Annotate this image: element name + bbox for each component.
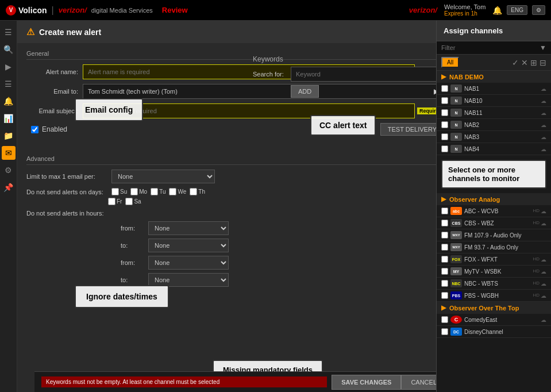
volicon-logo: V Volicon [6, 5, 47, 16]
channel-group-over-the-top[interactable]: ▶ Observer Over The Top [437, 302, 551, 314]
keyword-input[interactable] [291, 67, 448, 82]
channel-nab1-checkbox[interactable] [441, 85, 448, 92]
channel-fox-checkbox[interactable] [441, 256, 448, 263]
sidebar-icon-search[interactable]: 🔍 [2, 43, 16, 56]
review-link[interactable]: Review [162, 6, 188, 14]
channel-nab10-checkbox[interactable] [441, 97, 448, 104]
channel-nab3-checkbox[interactable] [441, 133, 448, 140]
hours-row-to-1: to: None [26, 239, 444, 252]
channel-mytv-checkbox[interactable] [441, 268, 448, 275]
channel-disney-name: DisneyChannel [464, 329, 546, 335]
bell-icon[interactable]: 🔔 [492, 6, 502, 15]
assign-channels-header: Assign channels [437, 21, 551, 41]
cc-alert-annotation: CC alert text [310, 115, 376, 136]
channel-nbc-checkbox[interactable] [441, 280, 448, 287]
over-the-top-name: Observer Over The Top [449, 305, 519, 312]
channel-cbs-wbz[interactable]: CBS CBS - WBZ HD ☁ [437, 217, 551, 229]
sidebar-icon-chart[interactable]: 📊 [2, 112, 16, 125]
channel-nab11-checkbox[interactable] [441, 109, 448, 116]
cloud-icon-nbc: ☁ [541, 280, 546, 287]
add-keyword-button[interactable]: ADD [291, 85, 319, 98]
channel-mytv-name: MyTV - WSBK [464, 268, 530, 275]
channel-nab2[interactable]: N NAB2 ☁ [437, 119, 551, 131]
channel-fm1079-checkbox[interactable] [441, 232, 448, 239]
main-content: ⚠ Create new alert General Alert name: R… [17, 21, 453, 392]
dms-text: digital Media Services [91, 7, 153, 14]
channel-nab1[interactable]: N NAB1 ☁ [437, 83, 551, 95]
channel-nab2-checkbox[interactable] [441, 121, 448, 128]
sidebar-icon-active[interactable]: ✉ [2, 146, 16, 160]
day-th[interactable]: Th [190, 188, 205, 195]
enabled-label: Enabled [42, 125, 67, 133]
lang-selector[interactable]: ENG [507, 5, 527, 15]
channel-nab11[interactable]: N NAB11 ☁ [437, 107, 551, 119]
sidebar-icon-settings[interactable]: ⚙ [2, 163, 16, 177]
channel-fm937-checkbox[interactable] [441, 244, 448, 251]
observer-analog-arrow: ▶ [441, 195, 446, 203]
limit-row: Limit to max 1 email per: None [26, 170, 444, 183]
limit-select[interactable]: None [111, 170, 215, 183]
test-delivery-button[interactable]: TEST DELIVERY [380, 123, 444, 136]
channel-abc-checkbox[interactable] [441, 207, 448, 214]
verizon-brand: verizon/ [59, 6, 87, 14]
uncheck-all-button[interactable]: ✕ [521, 58, 528, 67]
day-mo[interactable]: Mo [130, 188, 147, 195]
email-config-annotation: Email config [75, 98, 143, 121]
channel-pbs-checkbox[interactable] [441, 292, 448, 299]
channel-nbc-icons: HD ☁ [533, 280, 546, 287]
topbar: V Volicon | verizon/ digital Media Servi… [0, 0, 551, 21]
cloud-icon-11: ☁ [541, 110, 546, 116]
settings-icon[interactable]: ⚙ [532, 5, 545, 15]
sidebar-icon-folder[interactable]: 📁 [2, 129, 16, 143]
channel-cbs-checkbox[interactable] [441, 220, 448, 226]
channel-nab3[interactable]: N NAB3 ☁ [437, 131, 551, 143]
channel-comedy-checkbox[interactable] [441, 316, 448, 323]
keywords-area: Keywords Search for: ADD CC alert text [253, 55, 448, 118]
welcome-text: Welcome, Tom [444, 3, 486, 10]
add-btn-row: ADD [291, 85, 448, 98]
collapse-all-button[interactable]: ⊟ [540, 58, 546, 67]
channel-fox-logo: FOX [450, 255, 462, 263]
channel-disney[interactable]: DC DisneyChannel [437, 326, 551, 338]
day-fr[interactable]: Fr [108, 198, 122, 205]
sidebar-icon-alert[interactable]: 🔔 [2, 94, 16, 108]
channel-comedy-east[interactable]: C ComedyEast ☁ [437, 314, 551, 326]
day-su[interactable]: Su [111, 188, 127, 195]
enabled-checkbox[interactable] [31, 126, 38, 133]
channel-abc-wcvb[interactable]: abc ABC - WCVB HD ☁ [437, 205, 551, 217]
channel-mytv-wsbk[interactable]: MY MyTV - WSBK HD ☁ [437, 266, 551, 278]
channel-fm-1079[interactable]: WXY FM 107.9 - Audio Only [437, 229, 551, 241]
sidebar-icon-play[interactable]: ▶ [2, 60, 16, 74]
day-sa[interactable]: Sa [125, 198, 141, 205]
day-tu[interactable]: Tu [151, 188, 165, 195]
expand-all-button[interactable]: ⊞ [530, 58, 537, 67]
channel-fm-937[interactable]: WXY FM 93.7 - Audio Only [437, 241, 551, 253]
from-select-2[interactable]: None [148, 256, 229, 270]
cloud-icon-nab2: ☁ [541, 122, 546, 128]
from-select-1[interactable]: None [148, 221, 229, 235]
channel-comedy-icons: ☁ [541, 317, 546, 323]
channel-filter-input[interactable] [441, 44, 537, 51]
channel-nab4-checkbox[interactable] [441, 145, 448, 152]
save-changes-button[interactable]: SAVE CHANGES [332, 375, 401, 390]
cloud-icon-nab4: ☁ [541, 146, 546, 152]
annotation-container: Select one or more channels to monitor [437, 160, 551, 189]
keywords-title: Keywords [253, 55, 448, 63]
sidebar-icon-pin[interactable]: 📌 [2, 180, 16, 194]
channel-group-observer-analog[interactable]: ▶ Observer Analog [437, 193, 551, 205]
channel-nab3-name: NAB3 [464, 134, 538, 140]
sidebar-icon-menu[interactable]: ☰ [2, 25, 16, 39]
channel-group-nab-demo[interactable]: ▶ NAB DEMO [437, 71, 551, 83]
to-select-1[interactable]: None [148, 239, 229, 252]
day-we[interactable]: We [169, 188, 186, 195]
channel-nab4[interactable]: N NAB4 ☁ [437, 143, 551, 155]
check-all-button[interactable]: ✓ [512, 58, 519, 67]
tab-all[interactable]: All [441, 57, 459, 68]
sidebar-icon-list[interactable]: ☰ [2, 77, 16, 91]
channel-disney-checkbox[interactable] [441, 328, 448, 335]
channel-nab10[interactable]: N NAB10 ☁ [437, 95, 551, 107]
channel-nbc-wbts[interactable]: NBC NBC - WBTS HD ☁ [437, 278, 551, 290]
channel-fox-wfxt[interactable]: FOX FOX - WFXT HD ☁ [437, 253, 551, 266]
channel-nab2-logo: N [450, 121, 462, 129]
channel-pbs-wgbh[interactable]: PBS PBS - WGBH HD ☁ [437, 290, 551, 302]
